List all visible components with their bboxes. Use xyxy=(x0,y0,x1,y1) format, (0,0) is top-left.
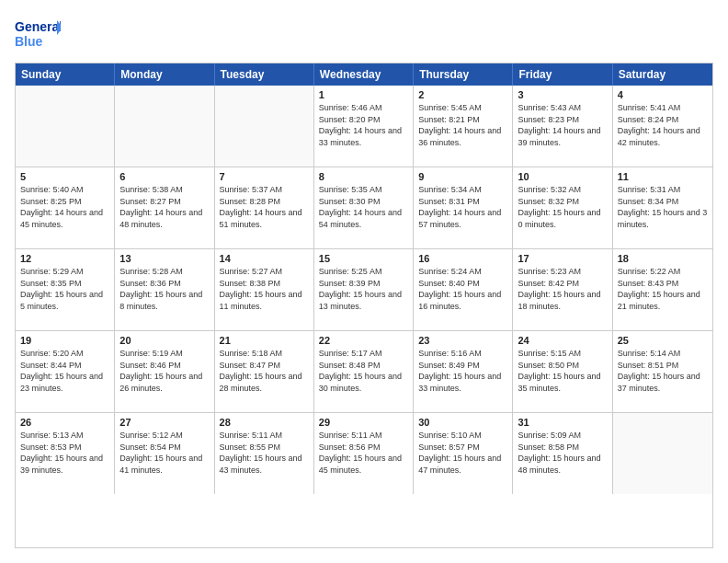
header-day-sunday: Sunday xyxy=(16,63,115,86)
day-info-21: Sunrise: 5:18 AMSunset: 8:47 PMDaylight:… xyxy=(220,348,309,394)
day-info-18: Sunrise: 5:22 AMSunset: 8:43 PMDaylight:… xyxy=(618,266,708,312)
day-number-15: 15 xyxy=(319,253,408,264)
day-10: 10Sunrise: 5:32 AMSunset: 8:32 PMDayligh… xyxy=(513,167,612,248)
calendar-header: SundayMondayTuesdayWednesdayThursdayFrid… xyxy=(16,63,712,86)
day-8: 8Sunrise: 5:35 AMSunset: 8:30 PMDaylight… xyxy=(314,167,414,248)
day-info-25: Sunrise: 5:14 AMSunset: 8:51 PMDaylight:… xyxy=(618,348,708,394)
day-number-22: 22 xyxy=(319,335,408,346)
calendar-week-5: 26Sunrise: 5:13 AMSunset: 8:53 PMDayligh… xyxy=(16,412,712,494)
day-21: 21Sunrise: 5:18 AMSunset: 8:47 PMDayligh… xyxy=(215,331,314,412)
day-14: 14Sunrise: 5:27 AMSunset: 8:38 PMDayligh… xyxy=(215,249,314,330)
day-number-13: 13 xyxy=(119,253,209,264)
day-28: 28Sunrise: 5:11 AMSunset: 8:55 PMDayligh… xyxy=(215,413,314,494)
day-6: 6Sunrise: 5:38 AMSunset: 8:27 PMDaylight… xyxy=(115,167,214,248)
calendar-week-2: 5Sunrise: 5:40 AMSunset: 8:25 PMDaylight… xyxy=(16,167,712,248)
day-30: 30Sunrise: 5:10 AMSunset: 8:57 PMDayligh… xyxy=(414,413,513,494)
day-info-13: Sunrise: 5:28 AMSunset: 8:36 PMDaylight:… xyxy=(119,266,209,312)
day-29: 29Sunrise: 5:11 AMSunset: 8:56 PMDayligh… xyxy=(314,413,414,494)
day-number-2: 2 xyxy=(418,89,507,100)
day-number-21: 21 xyxy=(220,335,309,346)
day-info-23: Sunrise: 5:16 AMSunset: 8:49 PMDaylight:… xyxy=(418,348,507,394)
day-info-10: Sunrise: 5:32 AMSunset: 8:32 PMDaylight:… xyxy=(518,184,607,230)
calendar-week-1: 1Sunrise: 5:46 AMSunset: 8:20 PMDaylight… xyxy=(16,86,712,167)
day-number-3: 3 xyxy=(518,89,607,100)
day-number-19: 19 xyxy=(20,335,109,346)
header-day-tuesday: Tuesday xyxy=(215,63,314,86)
day-info-5: Sunrise: 5:40 AMSunset: 8:25 PMDaylight:… xyxy=(20,184,109,230)
day-info-11: Sunrise: 5:31 AMSunset: 8:34 PMDaylight:… xyxy=(618,184,708,230)
day-number-28: 28 xyxy=(220,417,309,428)
header-day-friday: Friday xyxy=(513,63,612,86)
day-number-20: 20 xyxy=(119,335,209,346)
day-number-12: 12 xyxy=(20,253,109,264)
day-15: 15Sunrise: 5:25 AMSunset: 8:39 PMDayligh… xyxy=(314,249,414,330)
day-25: 25Sunrise: 5:14 AMSunset: 8:51 PMDayligh… xyxy=(613,331,712,412)
day-22: 22Sunrise: 5:17 AMSunset: 8:48 PMDayligh… xyxy=(314,331,414,412)
day-number-1: 1 xyxy=(319,89,408,100)
day-info-31: Sunrise: 5:09 AMSunset: 8:58 PMDaylight:… xyxy=(518,430,607,476)
day-info-1: Sunrise: 5:46 AMSunset: 8:20 PMDaylight:… xyxy=(319,102,408,148)
day-number-24: 24 xyxy=(518,335,607,346)
day-16: 16Sunrise: 5:24 AMSunset: 8:40 PMDayligh… xyxy=(414,249,513,330)
empty-cell-0-2 xyxy=(215,86,314,167)
day-18: 18Sunrise: 5:22 AMSunset: 8:43 PMDayligh… xyxy=(613,249,712,330)
svg-text:General: General xyxy=(15,19,61,34)
day-info-9: Sunrise: 5:34 AMSunset: 8:31 PMDaylight:… xyxy=(418,184,507,230)
day-19: 19Sunrise: 5:20 AMSunset: 8:44 PMDayligh… xyxy=(16,331,115,412)
calendar-body: 1Sunrise: 5:46 AMSunset: 8:20 PMDaylight… xyxy=(16,86,712,494)
day-1: 1Sunrise: 5:46 AMSunset: 8:20 PMDaylight… xyxy=(314,86,414,167)
logo: General Blue xyxy=(15,15,61,53)
day-number-17: 17 xyxy=(518,253,607,264)
day-2: 2Sunrise: 5:45 AMSunset: 8:21 PMDaylight… xyxy=(414,86,513,167)
day-info-22: Sunrise: 5:17 AMSunset: 8:48 PMDaylight:… xyxy=(319,348,408,394)
day-info-4: Sunrise: 5:41 AMSunset: 8:24 PMDaylight:… xyxy=(618,102,708,148)
day-info-30: Sunrise: 5:10 AMSunset: 8:57 PMDaylight:… xyxy=(418,430,507,476)
day-number-6: 6 xyxy=(119,171,209,182)
header-day-saturday: Saturday xyxy=(613,63,712,86)
day-4: 4Sunrise: 5:41 AMSunset: 8:24 PMDaylight… xyxy=(613,86,712,167)
day-number-30: 30 xyxy=(418,417,507,428)
day-info-14: Sunrise: 5:27 AMSunset: 8:38 PMDaylight:… xyxy=(220,266,309,312)
day-number-4: 4 xyxy=(618,89,708,100)
day-number-5: 5 xyxy=(20,171,109,182)
day-info-27: Sunrise: 5:12 AMSunset: 8:54 PMDaylight:… xyxy=(119,430,209,476)
header: General Blue xyxy=(15,15,713,53)
day-info-26: Sunrise: 5:13 AMSunset: 8:53 PMDaylight:… xyxy=(20,430,109,476)
day-17: 17Sunrise: 5:23 AMSunset: 8:42 PMDayligh… xyxy=(513,249,612,330)
day-number-23: 23 xyxy=(418,335,507,346)
day-info-8: Sunrise: 5:35 AMSunset: 8:30 PMDaylight:… xyxy=(319,184,408,230)
calendar-week-3: 12Sunrise: 5:29 AMSunset: 8:35 PMDayligh… xyxy=(16,248,712,330)
day-24: 24Sunrise: 5:15 AMSunset: 8:50 PMDayligh… xyxy=(513,331,612,412)
svg-text:Blue: Blue xyxy=(15,34,43,49)
day-3: 3Sunrise: 5:43 AMSunset: 8:23 PMDaylight… xyxy=(513,86,612,167)
day-11: 11Sunrise: 5:31 AMSunset: 8:34 PMDayligh… xyxy=(613,167,712,248)
day-info-7: Sunrise: 5:37 AMSunset: 8:28 PMDaylight:… xyxy=(220,184,309,230)
day-number-16: 16 xyxy=(418,253,507,264)
calendar: SundayMondayTuesdayWednesdayThursdayFrid… xyxy=(15,63,713,548)
day-26: 26Sunrise: 5:13 AMSunset: 8:53 PMDayligh… xyxy=(16,413,115,494)
generalblue-logo-icon: General Blue xyxy=(15,15,61,53)
day-9: 9Sunrise: 5:34 AMSunset: 8:31 PMDaylight… xyxy=(414,167,513,248)
day-info-3: Sunrise: 5:43 AMSunset: 8:23 PMDaylight:… xyxy=(518,102,607,148)
day-13: 13Sunrise: 5:28 AMSunset: 8:36 PMDayligh… xyxy=(115,249,214,330)
day-23: 23Sunrise: 5:16 AMSunset: 8:49 PMDayligh… xyxy=(414,331,513,412)
day-number-11: 11 xyxy=(618,171,708,182)
day-info-17: Sunrise: 5:23 AMSunset: 8:42 PMDaylight:… xyxy=(518,266,607,312)
empty-cell-0-0 xyxy=(16,86,115,167)
empty-cell-0-1 xyxy=(115,86,214,167)
day-number-7: 7 xyxy=(220,171,309,182)
header-day-thursday: Thursday xyxy=(414,63,513,86)
day-info-29: Sunrise: 5:11 AMSunset: 8:56 PMDaylight:… xyxy=(319,430,408,476)
day-info-2: Sunrise: 5:45 AMSunset: 8:21 PMDaylight:… xyxy=(418,102,507,148)
day-number-14: 14 xyxy=(220,253,309,264)
day-7: 7Sunrise: 5:37 AMSunset: 8:28 PMDaylight… xyxy=(215,167,314,248)
day-number-10: 10 xyxy=(518,171,607,182)
calendar-week-4: 19Sunrise: 5:20 AMSunset: 8:44 PMDayligh… xyxy=(16,330,712,412)
day-5: 5Sunrise: 5:40 AMSunset: 8:25 PMDaylight… xyxy=(16,167,115,248)
day-info-15: Sunrise: 5:25 AMSunset: 8:39 PMDaylight:… xyxy=(319,266,408,312)
day-20: 20Sunrise: 5:19 AMSunset: 8:46 PMDayligh… xyxy=(115,331,214,412)
day-number-18: 18 xyxy=(618,253,708,264)
day-info-16: Sunrise: 5:24 AMSunset: 8:40 PMDaylight:… xyxy=(418,266,507,312)
day-12: 12Sunrise: 5:29 AMSunset: 8:35 PMDayligh… xyxy=(16,249,115,330)
empty-cell-4-6 xyxy=(613,413,712,494)
